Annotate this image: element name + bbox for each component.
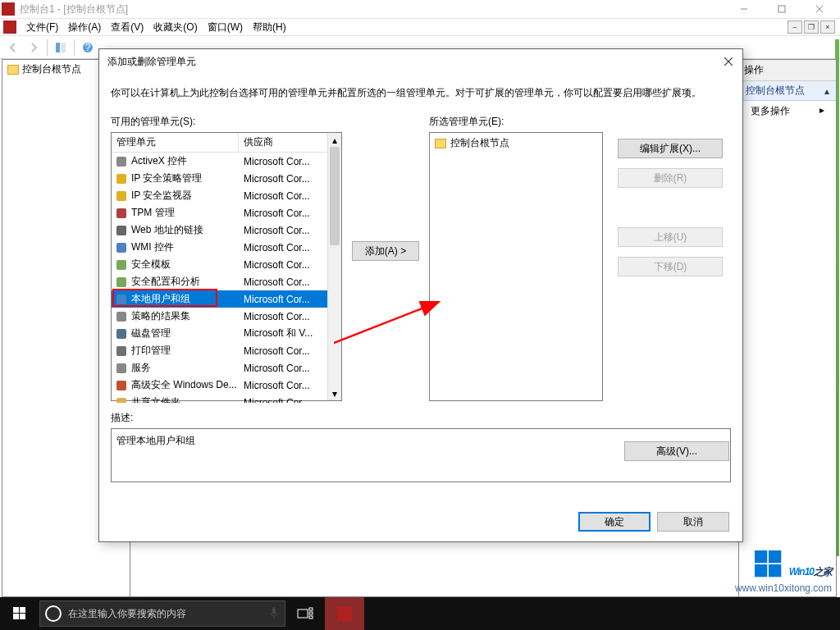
menu-action[interactable]: 操作(A)	[63, 21, 106, 34]
snapin-name: ActiveX 控件	[131, 154, 240, 168]
menu-window[interactable]: 窗口(W)	[203, 21, 248, 34]
svg-rect-39	[309, 612, 313, 614]
col-snapin[interactable]: 管理单元	[112, 133, 239, 152]
move-down-button[interactable]: 下移(D)	[618, 257, 723, 276]
svg-rect-40	[309, 616, 313, 619]
svg-text:?: ?	[85, 42, 91, 53]
snapin-icon	[115, 362, 128, 375]
snapin-vendor: Microsoft Cor...	[240, 156, 341, 167]
app-icon	[2, 2, 15, 16]
svg-rect-35	[272, 607, 276, 614]
snapin-name: TPM 管理	[131, 206, 240, 220]
menu-view[interactable]: 查看(V)	[106, 21, 148, 34]
edit-extensions-button[interactable]: 编辑扩展(X)...	[618, 139, 723, 158]
selected-root-node[interactable]: 控制台根节点	[433, 136, 599, 150]
start-button[interactable]	[0, 597, 39, 630]
available-label: 可用的管理单元(S):	[111, 115, 342, 129]
svg-rect-27	[755, 550, 767, 563]
selected-snapins-list[interactable]: 控制台根节点	[429, 132, 603, 401]
snapin-row[interactable]: 安全配置和分析Microsoft Cor...	[112, 273, 341, 290]
actions-pane: 操作 控制台根节点 ▴ 更多操作 ▸	[738, 59, 837, 597]
taskbar: 在这里输入你要搜索的内容	[0, 597, 840, 630]
snapin-row[interactable]: WMI 控件Microsoft Cor...	[112, 239, 341, 256]
search-box[interactable]: 在这里输入你要搜索的内容	[39, 600, 285, 627]
windows-logo-icon	[755, 550, 783, 578]
mdi-child-controls: – ❐ ×	[788, 21, 835, 34]
help-button[interactable]: ?	[78, 38, 98, 57]
svg-rect-29	[755, 564, 767, 577]
mic-icon[interactable]	[268, 606, 280, 621]
chevron-up-icon[interactable]: ▴	[824, 85, 829, 97]
snapin-icon	[115, 310, 128, 323]
snapin-row[interactable]: 策略的结果集Microsoft Cor...	[112, 308, 341, 325]
svg-rect-33	[13, 614, 19, 619]
dialog-close-button[interactable]	[719, 52, 737, 71]
snapin-row[interactable]: 安全模板Microsoft Cor...	[112, 256, 341, 273]
snapin-icon	[115, 172, 128, 185]
snapin-row[interactable]: Web 地址的链接Microsoft Cor...	[112, 221, 341, 239]
snapin-name: IP 安全策略管理	[131, 171, 240, 185]
scrollbar[interactable]: ▴ ▾	[327, 133, 341, 400]
snapin-vendor: Microsoft Cor...	[240, 380, 341, 391]
available-snapins-list[interactable]: 管理单元 供应商 ActiveX 控件Microsoft Cor...IP 安全…	[111, 132, 342, 401]
add-button[interactable]: 添加(A) >	[352, 241, 419, 261]
search-placeholder: 在这里输入你要搜索的内容	[68, 607, 186, 621]
mdi-close[interactable]: ×	[820, 21, 835, 34]
snapin-name: 共享文件夹	[131, 395, 240, 403]
snapin-row[interactable]: IP 安全策略管理Microsoft Cor...	[112, 170, 341, 187]
close-button[interactable]	[801, 0, 838, 18]
col-vendor[interactable]: 供应商	[239, 133, 341, 152]
snapin-row[interactable]: 高级安全 Windows De...Microsoft Cor...	[112, 377, 341, 394]
snapin-vendor: Microsoft Cor...	[240, 311, 341, 322]
move-up-button[interactable]: 上移(U)	[618, 227, 723, 247]
snapin-row[interactable]: 共享文件夹Microsoft Cor...	[112, 394, 341, 403]
mdi-restore[interactable]: ❐	[804, 21, 819, 34]
taskbar-app-mmc[interactable]	[325, 597, 364, 630]
advanced-button[interactable]: 高级(V)...	[624, 441, 729, 461]
show-hide-tree-button[interactable]	[51, 38, 71, 57]
snapin-row[interactable]: 本地用户和组Microsoft Cor...	[112, 290, 341, 308]
snapin-row[interactable]: TPM 管理Microsoft Cor...	[112, 204, 341, 221]
back-button[interactable]	[3, 38, 23, 57]
snapin-row[interactable]: 服务Microsoft Cor...	[112, 359, 341, 377]
titlebar: 控制台1 - [控制台根节点]	[0, 0, 840, 19]
snapin-icon	[115, 327, 128, 340]
snapin-icon	[115, 207, 128, 220]
add-remove-snapin-dialog: 添加或删除管理单元 你可以在计算机上为此控制台选择可用的管理单元并配置所选的一组…	[98, 48, 743, 542]
snapin-icon	[115, 241, 128, 254]
svg-rect-16	[116, 260, 126, 270]
menu-favorites[interactable]: 收藏夹(O)	[148, 21, 202, 34]
cancel-button[interactable]: 取消	[657, 512, 729, 532]
actions-group: 控制台根节点 ▴	[739, 81, 836, 101]
snapin-vendor: Microsoft Cor...	[240, 259, 341, 271]
task-view-button[interactable]	[285, 597, 325, 630]
svg-rect-32	[20, 607, 25, 613]
snapin-icon	[115, 379, 128, 392]
forward-button[interactable]	[24, 38, 43, 57]
ok-button[interactable]: 确定	[578, 512, 651, 532]
scroll-down-icon[interactable]: ▾	[328, 386, 341, 400]
menu-file[interactable]: 文件(F)	[21, 21, 63, 34]
actions-more[interactable]: 更多操作 ▸	[739, 101, 836, 121]
mdi-minimize[interactable]: –	[788, 21, 802, 34]
remove-button[interactable]: 删除(R)	[618, 168, 723, 188]
minimize-button[interactable]	[725, 0, 763, 18]
svg-rect-38	[309, 608, 313, 610]
snapin-name: WMI 控件	[131, 240, 240, 254]
snapin-vendor: Microsoft Cor...	[240, 190, 341, 202]
snapin-vendor: Microsoft Cor...	[240, 242, 341, 253]
svg-rect-20	[116, 329, 126, 339]
svg-rect-23	[116, 381, 126, 390]
menu-help[interactable]: 帮助(H)	[248, 21, 291, 34]
snapin-row[interactable]: 磁盘管理Microsoft 和 V...	[112, 325, 341, 342]
snapin-name: 安全模板	[131, 258, 240, 272]
snapin-name: 策略的结果集	[131, 309, 240, 323]
scroll-up-icon[interactable]: ▴	[328, 133, 341, 147]
maximize-button[interactable]	[763, 0, 801, 18]
scroll-thumb[interactable]	[330, 147, 340, 245]
snapin-row[interactable]: IP 安全监视器Microsoft Cor...	[112, 187, 341, 204]
snapin-row[interactable]: ActiveX 控件Microsoft Cor...	[112, 153, 341, 170]
svg-rect-5	[61, 43, 66, 52]
snapin-row[interactable]: 打印管理Microsoft Cor...	[112, 342, 341, 359]
menu-icon	[3, 21, 16, 34]
